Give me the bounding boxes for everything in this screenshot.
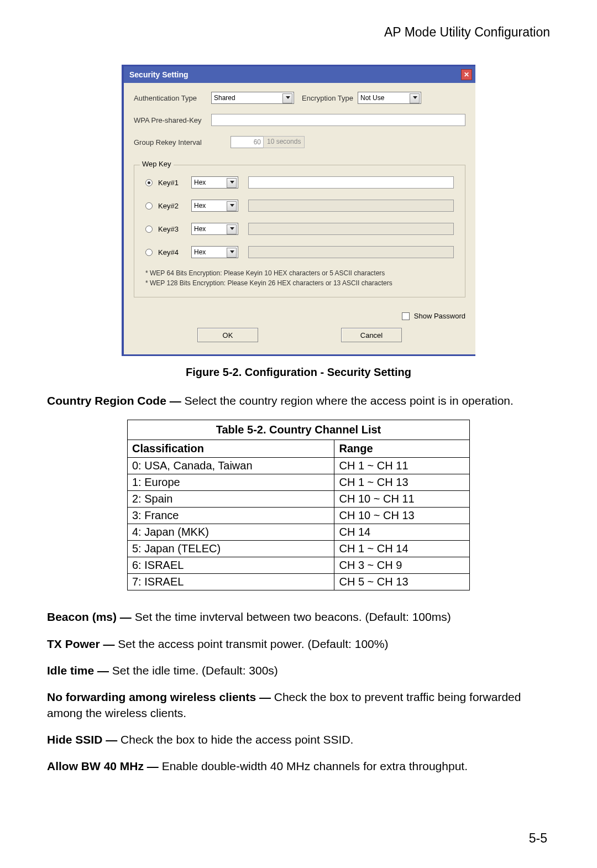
country-region-desc: Country Region Code — Select the country… [47, 393, 550, 409]
wpa-psk-input[interactable] [211, 114, 465, 126]
wep-key1-input[interactable] [248, 176, 454, 189]
table-row: 5: Japan (TELEC)CH 1 ~ CH 14 [128, 541, 470, 557]
close-icon[interactable]: ✕ [461, 69, 472, 80]
wpa-psk-label: WPA Pre-shared-Key [134, 116, 211, 124]
wep-key2-label: Key#2 [158, 202, 191, 210]
page-number: 5-5 [529, 831, 547, 846]
auth-type-select[interactable] [211, 92, 294, 104]
encryption-type-label: Encryption Type [302, 94, 353, 102]
wep-key4-radio[interactable] [145, 249, 153, 256]
beacon-desc: Beacon (ms) — Set the time invterval bet… [47, 609, 550, 625]
chevron-down-icon [286, 96, 290, 99]
wep-hint-128: * WEP 128 Bits Encryption: Please Keyin … [145, 279, 454, 287]
table-row: 2: SpainCH 10 ~ CH 11 [128, 491, 470, 508]
security-dialog: Security Setting ✕ Authentication Type E… [122, 65, 475, 356]
auth-type-label: Authentication Type [134, 94, 211, 102]
wep-key4-label: Key#4 [158, 248, 191, 257]
table-row: 4: Japan (MKK)CH 14 [128, 524, 470, 541]
noforward-desc: No forwarding among wireless clients — C… [47, 689, 550, 721]
group-rekey-unit: 10 seconds [263, 136, 305, 148]
dialog-title: Security Setting [129, 70, 188, 79]
wep-key3-label: Key#3 [158, 225, 191, 233]
wep-key3-radio[interactable] [145, 226, 153, 233]
table-row: 7: ISRAELCH 5 ~ CH 13 [128, 574, 470, 590]
figure-caption: Figure 5-2. Configuration - Security Set… [47, 366, 550, 379]
txpower-desc: TX Power — Set the access point transmit… [47, 636, 550, 652]
chevron-down-icon [230, 181, 234, 184]
wep-key1-label: Key#1 [158, 179, 191, 187]
encryption-type-select[interactable] [358, 92, 421, 104]
group-rekey-input[interactable] [231, 136, 264, 148]
chevron-down-icon [230, 204, 234, 207]
hidessid-desc: Hide SSID — Check the box to hide the ac… [47, 732, 550, 747]
chevron-down-icon [230, 227, 234, 230]
table-header-classification: Classification [128, 440, 334, 458]
country-channel-table: Table 5-2. Country Channel List Classifi… [127, 420, 470, 590]
table-row: 0: USA, Canada, TaiwanCH 1 ~ CH 11 [128, 458, 470, 474]
wep-key2-input[interactable] [248, 200, 454, 212]
page-header: AP Mode Utility Configuration [47, 25, 550, 40]
show-password-label: Show Password [414, 312, 465, 320]
wep-key-group: Wep Key Key#1 Key#2 [134, 165, 465, 297]
wep-key3-input[interactable] [248, 223, 454, 235]
table-row: 3: FranceCH 10 ~ CH 13 [128, 508, 470, 524]
ok-button[interactable]: OK [197, 328, 258, 342]
wep-key4-input[interactable] [248, 246, 454, 258]
wep-key-legend: Wep Key [140, 160, 174, 168]
chevron-down-icon [413, 96, 417, 99]
bw40-desc: Allow BW 40 MHz — Enable double-width 40… [47, 759, 550, 774]
dialog-titlebar: Security Setting ✕ [124, 66, 475, 83]
wep-hint-64: * WEP 64 Bits Encryption: Please Keyin 1… [145, 269, 454, 277]
table-title: Table 5-2. Country Channel List [128, 420, 470, 440]
show-password-checkbox[interactable] [402, 312, 410, 320]
wep-key2-radio[interactable] [145, 202, 153, 210]
table-header-range: Range [334, 440, 470, 458]
idle-desc: Idle time — Set the idle time. (Default:… [47, 663, 550, 678]
group-rekey-label: Group Rekey Interval [134, 138, 211, 147]
chevron-down-icon [230, 250, 234, 253]
table-row: 6: ISRAELCH 3 ~ CH 9 [128, 557, 470, 574]
wep-key1-radio[interactable] [145, 179, 153, 186]
cancel-button[interactable]: Cancel [341, 328, 402, 342]
table-row: 1: EuropeCH 1 ~ CH 13 [128, 474, 470, 491]
